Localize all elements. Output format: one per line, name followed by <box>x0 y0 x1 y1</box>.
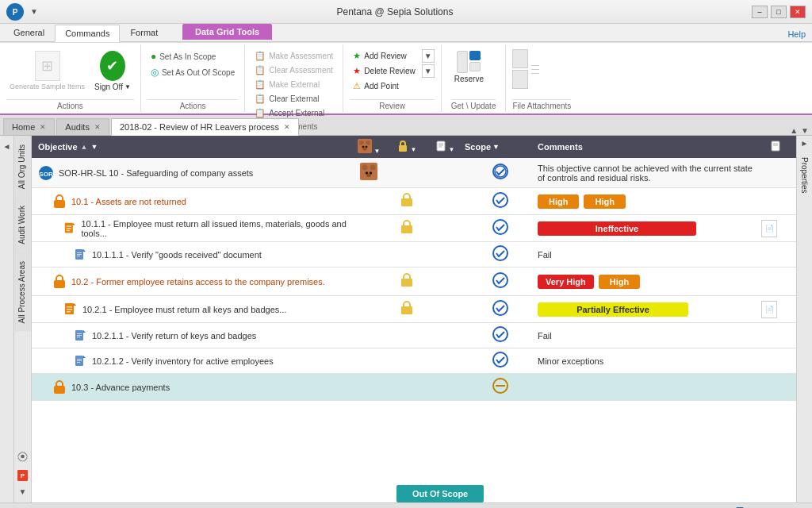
close-button[interactable]: ✕ <box>790 6 806 18</box>
main-content: ◄ All Org Units Audit Work All Process A… <box>0 136 812 502</box>
clear-external-button[interactable]: 📋 Clear External <box>251 92 336 106</box>
svg-rect-11 <box>437 141 445 151</box>
col-lock-header[interactable]: ▼ <box>389 140 425 153</box>
svg-point-9 <box>362 148 366 151</box>
right-collapse-arrow[interactable]: ► <box>798 136 812 151</box>
table-row: 10.1.1 - Employee must return all issued… <box>32 215 796 242</box>
review-arrow-1[interactable]: ▼ <box>422 49 435 63</box>
title-bar-left: P ▼ <box>6 3 38 21</box>
help-button[interactable]: Help <box>787 29 806 40</box>
filter-bear-button[interactable]: ▼ <box>374 148 381 155</box>
svg-text:P: P <box>13 8 18 17</box>
tab-general[interactable]: General <box>3 24 55 41</box>
doc-tab-home[interactable]: Home ✕ <box>3 118 55 135</box>
doc-tab-active[interactable]: 2018-02 - Review of HR Leavers process ✕ <box>111 118 299 136</box>
review-arrow-2[interactable]: ▼ <box>422 64 435 78</box>
sidebar-all-org-units[interactable]: All Org Units <box>14 136 31 197</box>
svg-rect-67 <box>54 386 65 394</box>
ribbon-group-file-attachments: File Attachments <box>506 44 577 112</box>
svg-rect-43 <box>77 256 80 256</box>
sor-icon: SOR <box>38 165 54 181</box>
ribbon-group-actions1: ⊞ Generate Sample Items ✔ Sign Off ▼ Act… <box>0 44 141 112</box>
close-audits-tab[interactable]: ✕ <box>94 123 101 131</box>
svg-marker-62 <box>83 356 86 358</box>
doc-page-icon-2[interactable]: 📄 <box>761 301 777 318</box>
svg-rect-52 <box>67 311 71 313</box>
generate-sample-button[interactable]: ⊞ Generate Sample Items <box>6 49 88 93</box>
col-page-header[interactable]: ▼ <box>427 140 463 153</box>
tab-format[interactable]: Format <box>120 24 168 41</box>
filter-lock-button[interactable]: ▼ <box>411 146 417 153</box>
svg-rect-51 <box>67 309 72 310</box>
svg-marker-56 <box>83 330 86 333</box>
svg-marker-40 <box>83 249 86 252</box>
svg-point-2 <box>21 455 25 459</box>
svg-rect-53 <box>401 306 412 314</box>
col-scope-header[interactable]: Scope ▼ <box>465 142 536 152</box>
ribbon-group-assessments: 📋 Make Assessment 📋 Clear Assessment 📋 M… <box>245 44 343 112</box>
table-row: 10.2.1 - Employee must return all keys a… <box>32 296 796 323</box>
powerpoint-icon[interactable]: P <box>14 467 31 484</box>
grid-area: Objective ▲ ▼ ▼ ▼ ▼ Scope ▼ Comments <box>32 136 796 502</box>
title-bar: P ▼ Pentana @ Sepia Solutions – □ ✕ <box>0 0 812 24</box>
svg-point-7 <box>362 146 364 148</box>
table-row: 10.1.1.1 - Verify "goods received" docum… <box>32 242 796 267</box>
filter-objective-button[interactable]: ▼ <box>90 143 98 151</box>
make-assessment-button[interactable]: 📋 Make Assessment <box>251 49 336 63</box>
nav-arrow-down[interactable]: ▼ <box>14 484 31 502</box>
clear-assessment-button[interactable]: 📋 Clear Assessment <box>251 64 336 77</box>
doc-page-icon[interactable]: 📄 <box>761 220 777 237</box>
ribbon-group-review: ★ Add Review ★ Delete Review ⚠ Add Point… <box>343 44 441 112</box>
maximize-button[interactable]: □ <box>771 6 787 18</box>
col-bear-header[interactable]: ▼ <box>350 139 387 155</box>
tab-nav-down[interactable]: ▼ <box>801 126 809 135</box>
page-icon-orange <box>63 221 76 236</box>
svg-point-60 <box>493 327 508 341</box>
left-collapse-panel: ◄ <box>0 136 14 502</box>
svg-point-66 <box>493 352 508 367</box>
reserve-button[interactable]: Reserve <box>451 49 487 85</box>
delete-review-button[interactable]: ★ Delete Review <box>350 64 418 78</box>
svg-rect-36 <box>67 229 71 230</box>
svg-rect-41 <box>77 252 82 253</box>
add-review-button[interactable]: ★ Add Review <box>350 49 418 63</box>
properties-tab[interactable]: Properties <box>798 151 811 200</box>
filter-scope-button[interactable]: ▼ <box>492 143 500 151</box>
set-in-scope-button[interactable]: ● Set As In Scope <box>147 49 238 64</box>
settings-icon[interactable] <box>14 446 31 467</box>
svg-rect-45 <box>54 280 65 288</box>
filter-page-button[interactable]: ▼ <box>449 146 455 153</box>
window-title: Pentana @ Sepia Solutions <box>336 6 453 17</box>
table-row: 10.3 - Advance payments <box>32 374 796 401</box>
ribbon: ⊞ Generate Sample Items ✔ Sign Off ▼ Act… <box>0 42 812 115</box>
doc-tab-audits[interactable]: Audits ✕ <box>56 118 109 135</box>
close-home-tab[interactable]: ✕ <box>40 123 46 131</box>
tab-data-grid-tools[interactable]: Data Grid Tools <box>182 24 272 40</box>
app-menu-arrow[interactable]: ▼ <box>30 7 38 16</box>
svg-rect-46 <box>401 279 412 287</box>
collapse-left-button[interactable]: ◄ <box>0 139 13 154</box>
status-bar: − + 100% <box>0 502 812 508</box>
svg-rect-63 <box>77 359 82 360</box>
sidebar-all-process-areas[interactable]: All Process Areas <box>14 252 31 331</box>
col-objective-header[interactable]: Objective ▲ ▼ <box>38 142 349 152</box>
tab-commands[interactable]: Commands <box>55 25 120 42</box>
sign-off-button[interactable]: ✔ Sign Off ▼ <box>91 49 134 93</box>
add-point-button[interactable]: ⚠ Add Point <box>350 79 418 93</box>
page-icon-blue <box>75 248 87 261</box>
sort-icon: ▲ <box>81 143 88 151</box>
close-active-tab[interactable]: ✕ <box>284 123 290 131</box>
sidebar-audit-work[interactable]: Audit Work <box>14 197 31 252</box>
set-out-of-scope-button[interactable]: ◎ Set As Out Of Scope <box>147 65 238 79</box>
svg-rect-59 <box>77 337 80 337</box>
make-external-button[interactable]: 📋 Make External <box>251 78 336 91</box>
svg-rect-50 <box>67 306 72 308</box>
table-row: 10.2 - Former employee retains access to… <box>32 267 796 296</box>
ribbon-group-scope: ● Set As In Scope ◎ Set As Out Of Scope … <box>141 44 245 112</box>
svg-point-31 <box>493 193 508 207</box>
svg-rect-58 <box>77 335 82 336</box>
minimize-button[interactable]: – <box>752 6 768 18</box>
side-tabs-panel: All Org Units Audit Work All Process Are… <box>14 136 32 502</box>
tab-nav-up[interactable]: ▲ <box>790 126 798 135</box>
col-doc-header[interactable] <box>761 140 790 153</box>
